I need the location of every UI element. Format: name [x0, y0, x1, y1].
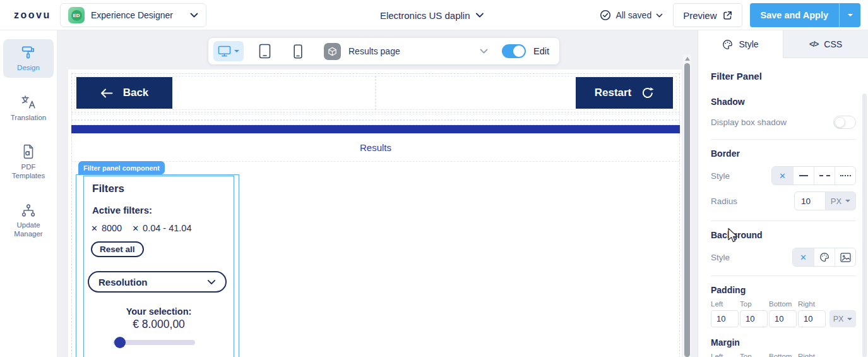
background-none-option[interactable]: ✕: [793, 248, 814, 266]
save-and-apply-split-button: Save and Apply: [750, 3, 860, 27]
panel-tabs: Style </> CSS: [698, 30, 868, 58]
filter-chip[interactable]: ✕ 0.04 - 41.04: [132, 223, 191, 233]
device-desktop-button[interactable]: [213, 41, 244, 61]
padding-right-input[interactable]: [798, 310, 826, 327]
section-divider: [711, 221, 856, 221]
remove-filter-icon[interactable]: ✕: [132, 224, 139, 233]
background-style-segmented-control: ✕: [792, 248, 856, 267]
image-icon: [840, 253, 851, 262]
selected-component-title: Filter Panel: [711, 71, 856, 82]
background-section-heading: Background: [711, 230, 856, 240]
sidebar-item-label: PDF Templates: [4, 162, 52, 181]
style-panel: Style </> CSS Filter Panel Shadow Displa…: [698, 30, 868, 357]
chevron-down-icon: [190, 13, 198, 18]
palette-icon: [819, 252, 829, 262]
chevron-down-icon: [207, 279, 216, 285]
save-status-label: All saved: [615, 10, 651, 20]
scrollbar-thumb[interactable]: [684, 63, 690, 357]
code-icon: </>: [809, 40, 818, 49]
box-shadow-toggle[interactable]: [833, 116, 856, 129]
save-and-apply-button[interactable]: Save and Apply: [750, 3, 839, 27]
sidebar-item-pdf-templates[interactable]: PDF Templates: [3, 138, 54, 186]
radius-unit-dropdown[interactable]: PX: [826, 191, 856, 210]
tab-css[interactable]: </> CSS: [783, 30, 868, 58]
margin-labels-row: Left Top Bottom Right: [711, 353, 856, 357]
tablet-icon: [259, 44, 271, 59]
active-filters-label: Active filters:: [92, 205, 152, 215]
header-component-zone[interactable]: Back Restart: [71, 73, 680, 112]
tab-css-label: CSS: [824, 39, 842, 49]
experience-designer-app-icon: ED: [68, 7, 85, 23]
preview-button[interactable]: Preview: [673, 3, 742, 27]
display-box-shadow-label: Display box shadow: [711, 118, 787, 127]
edit-toggle[interactable]: [502, 44, 526, 58]
update-manager-sitemap-icon: [21, 203, 36, 217]
design-canvas: Results page Edit Back Restart: [57, 30, 698, 357]
sidebar-item-translation[interactable]: Translation: [3, 89, 54, 128]
device-tablet-button[interactable]: [259, 44, 271, 59]
sidebar-item-update-manager[interactable]: Update Manager: [3, 198, 54, 245]
progress-bar-component[interactable]: [71, 125, 680, 133]
project-selector[interactable]: Electronics US daplin: [380, 0, 484, 30]
dashed-line-icon: [819, 175, 830, 176]
sidebar-item-label: Update Manager: [4, 221, 52, 239]
device-toolbar: Results page Edit: [208, 38, 559, 64]
padding-left-input[interactable]: [711, 310, 739, 327]
page-selector-chevron[interactable]: [480, 49, 488, 54]
tab-style-label: Style: [739, 39, 758, 49]
border-solid-option[interactable]: [793, 167, 814, 185]
preview-label: Preview: [683, 10, 716, 21]
background-color-option[interactable]: [814, 248, 835, 266]
page-selector[interactable]: Results page: [348, 46, 400, 56]
toggle-knob: [835, 117, 845, 128]
canvas-scrollbar[interactable]: [683, 54, 691, 357]
tab-style[interactable]: Style: [698, 30, 783, 58]
radius-input-group: PX: [794, 191, 856, 210]
resolution-dropdown[interactable]: Resolution: [88, 271, 227, 293]
back-button[interactable]: Back: [76, 77, 172, 109]
sidebar-item-design[interactable]: Design: [3, 39, 54, 78]
price-slider-handle[interactable]: [114, 337, 126, 348]
panel-scrollbar[interactable]: [862, 94, 867, 357]
padding-unit-dropdown[interactable]: PX: [829, 310, 856, 327]
results-title: Results: [360, 142, 391, 153]
restart-label: Restart: [595, 87, 632, 99]
reset-all-button[interactable]: Reset all: [91, 241, 144, 257]
padding-labels-row: Left Top Bottom Right: [711, 300, 856, 308]
app-switcher-dropdown[interactable]: ED Experience Designer: [60, 3, 206, 27]
padding-bottom-input[interactable]: [769, 310, 797, 327]
filter-chip-label: 8000: [102, 223, 122, 233]
remove-filter-icon[interactable]: ✕: [91, 224, 98, 233]
border-style-row: Style ✕: [711, 166, 856, 185]
section-divider: [711, 139, 856, 140]
border-dotted-option[interactable]: [835, 167, 855, 185]
padding-top-input[interactable]: [740, 310, 768, 327]
empty-row-zone[interactable]: [71, 114, 680, 120]
padding-section-heading: Padding: [711, 285, 856, 295]
padding-top-label: Top: [740, 300, 768, 308]
border-style-label: Style: [711, 171, 730, 181]
filter-chip[interactable]: ✕ 8000: [91, 223, 122, 233]
caret-down-icon: [845, 200, 850, 202]
empty-row-zone[interactable]: [71, 120, 680, 125]
restart-button[interactable]: Restart: [576, 77, 673, 109]
padding-bottom-label: Bottom: [769, 300, 797, 308]
chevron-down-icon: [656, 13, 663, 18]
border-none-option[interactable]: ✕: [772, 167, 793, 185]
radius-input[interactable]: [794, 191, 826, 210]
save-status[interactable]: All saved: [600, 9, 663, 21]
background-style-row: Style ✕: [711, 248, 856, 267]
price-slider-track[interactable]: [113, 340, 195, 345]
border-dashed-option[interactable]: [814, 167, 835, 185]
left-sidebar: Design Translation PDF Templates Update …: [0, 30, 57, 357]
section-divider: [711, 275, 856, 276]
scroll-up-arrow-icon[interactable]: [685, 57, 690, 61]
results-title-zone[interactable]: Results: [71, 133, 680, 162]
filter-panel-component[interactable]: Filters Active filters: ✕ 8000 ✕ 0.04 - …: [83, 176, 234, 357]
save-options-button[interactable]: [839, 3, 860, 27]
zoovu-logo[interactable]: zoovu: [14, 9, 51, 21]
restart-icon: [641, 87, 654, 99]
background-image-option[interactable]: [835, 248, 855, 266]
filter-panel-component-tag[interactable]: Filter panel component: [78, 161, 165, 174]
device-phone-button[interactable]: [294, 44, 302, 59]
